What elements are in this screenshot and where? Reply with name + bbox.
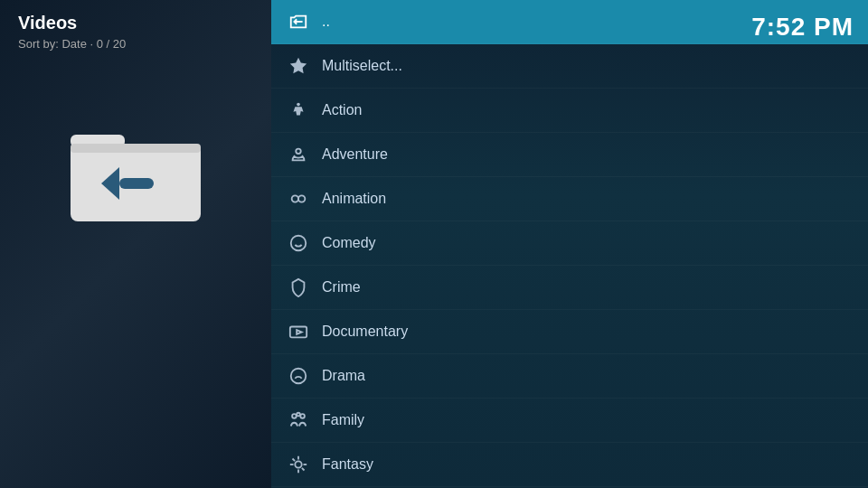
list-item-crime[interactable]: Crime <box>271 266 868 310</box>
list-item-label-drama: Drama <box>322 368 365 384</box>
fantasy-icon <box>286 452 311 477</box>
documentary-icon <box>286 319 311 344</box>
list-item-label-back: .. <box>322 14 330 30</box>
svg-marker-14 <box>297 330 302 334</box>
svg-point-7 <box>296 149 301 155</box>
svg-rect-13 <box>290 327 307 338</box>
action-icon <box>286 98 311 123</box>
comedy-icon <box>286 230 311 256</box>
svg-point-20 <box>297 413 300 417</box>
svg-point-19 <box>300 414 305 418</box>
svg-line-23 <box>293 459 296 462</box>
crime-icon <box>286 275 311 300</box>
svg-rect-3 <box>119 178 154 189</box>
folder-back-icon <box>63 105 208 231</box>
animation-icon <box>286 186 311 211</box>
svg-point-18 <box>292 414 297 418</box>
list-item-comedy[interactable]: Comedy <box>271 221 868 266</box>
adventure-icon <box>286 142 311 167</box>
list-item-drama[interactable]: Drama <box>271 354 868 399</box>
clock: 7:52 PM <box>751 13 854 42</box>
svg-line-24 <box>302 468 305 471</box>
list-item-label-documentary: Documentary <box>322 324 408 340</box>
svg-point-10 <box>291 236 307 251</box>
svg-point-9 <box>298 195 305 202</box>
list-item-animation[interactable]: Animation <box>271 177 868 221</box>
list-item-label-adventure: Adventure <box>322 146 388 163</box>
screen-wrapper: 7:52 PM Videos Sort by: Date · 0 / 20 <box>0 0 868 488</box>
list-item-label-multiselect: Multiselect... <box>322 58 402 74</box>
list-item-label-comedy: Comedy <box>322 235 376 251</box>
list-item-fantasy[interactable]: Fantasy <box>271 443 868 487</box>
list-item-label-crime: Crime <box>322 279 361 296</box>
list-item-documentary[interactable]: Documentary <box>271 310 868 354</box>
svg-point-27 <box>295 461 301 467</box>
folder-icon-area <box>18 105 253 231</box>
right-panel[interactable]: ..Multiselect...ActionAdventureAnimation… <box>271 0 868 488</box>
list-item-label-fantasy: Fantasy <box>322 456 373 473</box>
svg-point-6 <box>297 103 300 107</box>
drama-icon <box>286 363 311 389</box>
app-title: Videos <box>18 13 77 33</box>
list-item-label-family: Family <box>322 412 364 428</box>
list-item-multiselect[interactable]: Multiselect... <box>271 44 868 89</box>
list-item-family[interactable]: Family <box>271 399 868 443</box>
list-item-label-animation: Animation <box>322 191 386 207</box>
list-item-adventure[interactable]: Adventure <box>271 133 868 177</box>
folder-back-icon <box>286 9 311 34</box>
svg-point-8 <box>292 195 298 202</box>
svg-rect-2 <box>71 144 201 153</box>
family-icon <box>286 408 311 433</box>
sort-info: Sort by: Date · 0 / 20 <box>18 37 126 51</box>
list-item-action[interactable]: Action <box>271 89 868 133</box>
list-item-label-action: Action <box>322 102 362 118</box>
left-panel: Videos Sort by: Date · 0 / 20 <box>0 0 271 488</box>
star-icon <box>286 53 311 79</box>
